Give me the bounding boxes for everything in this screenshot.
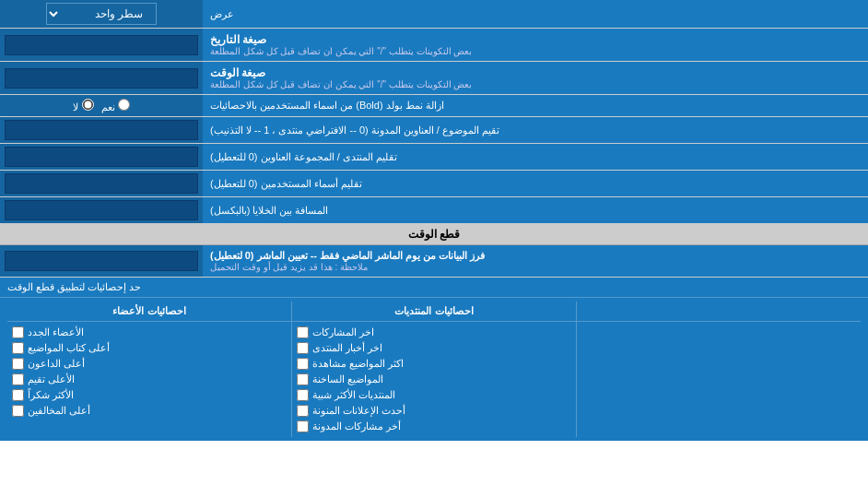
date-format-input-cell: d-m [0, 29, 203, 61]
forum-order-text: تقليم المنتدى / المجموعة العناوين (0 للت… [210, 151, 397, 163]
cutoff-days-row: فرز البيانات من يوم الماشر الماضي فقط --… [0, 245, 868, 278]
topic-order-row: تقيم الموضوع / العناوين المدونة (0 -- ال… [0, 117, 868, 144]
check-col-empty [576, 322, 861, 437]
forum-order-label: تقليم المنتدى / المجموعة العناوين (0 للت… [203, 144, 868, 170]
check-label-6: أحدث الإعلانات المنونة [312, 405, 405, 417]
check-6[interactable] [297, 405, 309, 417]
bottom-checkboxes-section: احصائيات المنتديات احصائيات الأعضاء اخر … [0, 298, 868, 441]
check-label-m5: الأكثر شكراً [28, 389, 74, 401]
check-7[interactable] [297, 420, 309, 432]
check-item-m3: أعلى الداعون [12, 356, 287, 372]
check-item-m1: الأعضاء الجدد [12, 325, 287, 340]
display-row: عرض سطر واحد سطران ثلاثة أسطر [0, 0, 868, 29]
check-item-6: أحدث الإعلانات المنونة [297, 403, 571, 419]
check-label-5: المنتديات الأكثر شبية [312, 389, 395, 401]
check-item-7: أخر مشاركات المدونة [297, 419, 571, 434]
bold-remove-text: ازالة نمط بولد (Bold) من اسماء المستخدمي… [210, 100, 444, 112]
cutoff-days-input[interactable]: 0 [5, 251, 198, 271]
check-label-4: المواضيع الساخنة [312, 373, 383, 385]
date-format-input[interactable]: d-m [5, 35, 198, 55]
bold-yes-radio[interactable] [118, 99, 130, 111]
check-item-4: المواضيع الساخنة [297, 372, 571, 387]
cell-spacing-input[interactable]: 2 [5, 200, 198, 220]
display-title: عرض [210, 8, 234, 20]
check-m3[interactable] [12, 358, 24, 370]
forum-order-row: تقليم المنتدى / المجموعة العناوين (0 للت… [0, 144, 868, 171]
cutoff-days-note: ملاحظة : هذا قد يزيد قيل أو وقت التحميل [210, 262, 368, 272]
check-m4[interactable] [12, 373, 24, 385]
display-select[interactable]: سطر واحد سطران ثلاثة أسطر [46, 3, 157, 25]
cutoff-days-label: فرز البيانات من يوم الماشر الماضي فقط --… [203, 245, 868, 277]
cell-spacing-text: المسافة بين الخلايا (بالبكسل) [210, 205, 329, 217]
time-format-sublabel: بعض التكوينات يتطلب "/" التي يمكن ان تضا… [210, 79, 472, 89]
time-format-title: صيغة الوقت [210, 66, 265, 79]
stats-limit-row: حد إحصائيات لتطبيق قطع الوقت [0, 278, 868, 298]
col1-header-text: احصائيات المنتديات [394, 305, 473, 316]
cutoff-days-input-cell: 0 [0, 245, 203, 277]
col1-header [576, 302, 861, 321]
check-1[interactable] [297, 326, 309, 338]
date-format-label: صيغة التاريخ بعض التكوينات يتطلب "/" الت… [203, 29, 868, 61]
check-m1[interactable] [12, 326, 24, 338]
bold-no-radio[interactable] [82, 99, 94, 111]
username-trim-input-cell: 0 [0, 171, 203, 196]
forum-order-input[interactable]: 33 [5, 147, 198, 167]
bold-remove-row: ازالة نمط بولد (Bold) من اسماء المستخدمي… [0, 95, 868, 117]
time-format-label: صيغة الوقت بعض التكوينات يتطلب "/" التي … [203, 62, 868, 94]
cutoff-days-text: فرز البيانات من يوم الماشر الماضي فقط --… [210, 250, 485, 262]
time-format-input[interactable]: H:i [5, 68, 198, 89]
check-item-5: المنتديات الأكثر شبية [297, 387, 571, 403]
cell-spacing-row: المسافة بين الخلايا (بالبكسل) 2 [0, 197, 868, 224]
check-m2[interactable] [12, 342, 24, 354]
check-4[interactable] [297, 373, 309, 385]
username-trim-row: تقليم أسماء المستخدمين (0 للتعطيل) 0 [0, 171, 868, 197]
check-label-3: اكثر المواضيع مشاهدة [312, 358, 404, 370]
cell-spacing-label: المسافة بين الخلايا (بالبكسل) [203, 197, 868, 223]
check-3[interactable] [297, 358, 309, 370]
checkboxes-header-row: احصائيات المنتديات احصائيات الأعضاء [7, 302, 861, 322]
display-input-cell: سطر واحد سطران ثلاثة أسطر [0, 0, 203, 28]
check-label-m2: أعلى كتاب المواضيع [28, 342, 110, 354]
main-container: عرض سطر واحد سطران ثلاثة أسطر صيغة التار… [0, 0, 868, 441]
time-format-input-cell: H:i [0, 62, 203, 94]
bold-remove-radio-cell: نعم لا [0, 95, 203, 116]
check-label-m6: أعلى المخالفين [28, 405, 90, 417]
check-item-m6: أعلى المخالفين [12, 403, 287, 419]
check-item-m2: أعلى كتاب المواضيع [12, 340, 287, 356]
username-trim-text: تقليم أسماء المستخدمين (0 للتعطيل) [210, 178, 362, 190]
check-label-2: اخر أخبار المنتدى [312, 342, 382, 354]
check-label-m1: الأعضاء الجدد [28, 326, 84, 338]
check-item-1: اخر المشاركات [297, 325, 571, 340]
check-label-m3: أعلى الداعون [28, 358, 85, 370]
stats-limit-text: حد إحصائيات لتطبيق قطع الوقت [7, 281, 141, 293]
username-trim-label: تقليم أسماء المستخدمين (0 للتعطيل) [203, 171, 868, 196]
username-trim-input[interactable]: 0 [5, 173, 198, 194]
forum-order-input-cell: 33 [0, 144, 203, 170]
check-label-7: أخر مشاركات المدونة [312, 420, 401, 432]
topic-order-input[interactable]: 33 [5, 120, 198, 140]
topic-order-input-cell: 33 [0, 117, 203, 143]
time-cut-title: قطع الوقت [408, 228, 460, 241]
date-format-row: صيغة التاريخ بعض التكوينات يتطلب "/" الت… [0, 29, 868, 62]
col3-header: احصائيات الأعضاء [7, 302, 291, 321]
date-format-sublabel: بعض التكوينات يتطلب "/" التي يمكن ان تضا… [210, 46, 472, 56]
date-format-title: صيغة التاريخ [210, 33, 266, 46]
topic-order-label: تقيم الموضوع / العناوين المدونة (0 -- ال… [203, 117, 868, 143]
checkboxes-body: اخر المشاركات اخر أخبار المنتدى اكثر الم… [7, 322, 861, 437]
check-2[interactable] [297, 342, 309, 354]
topic-order-text: تقيم الموضوع / العناوين المدونة (0 -- ال… [210, 124, 499, 136]
check-m5[interactable] [12, 389, 24, 401]
display-label: عرض [203, 0, 868, 28]
bold-remove-label: ازالة نمط بولد (Bold) من اسماء المستخدمي… [203, 95, 868, 116]
time-format-row: صيغة الوقت بعض التكوينات يتطلب "/" التي … [0, 62, 868, 95]
check-label-1: اخر المشاركات [312, 326, 374, 338]
bold-yes-label: نعم [101, 99, 130, 113]
time-cut-header: قطع الوقت [0, 224, 868, 245]
check-item-3: اكثر المواضيع مشاهدة [297, 356, 571, 372]
check-col-members: الأعضاء الجدد أعلى كتاب المواضيع أعلى ال… [7, 322, 291, 437]
stats-limit-label: حد إحصائيات لتطبيق قطع الوقت [0, 278, 868, 297]
cell-spacing-input-cell: 2 [0, 197, 203, 223]
check-m6[interactable] [12, 405, 24, 417]
bold-no-label: لا [73, 99, 93, 113]
check-5[interactable] [297, 389, 309, 401]
